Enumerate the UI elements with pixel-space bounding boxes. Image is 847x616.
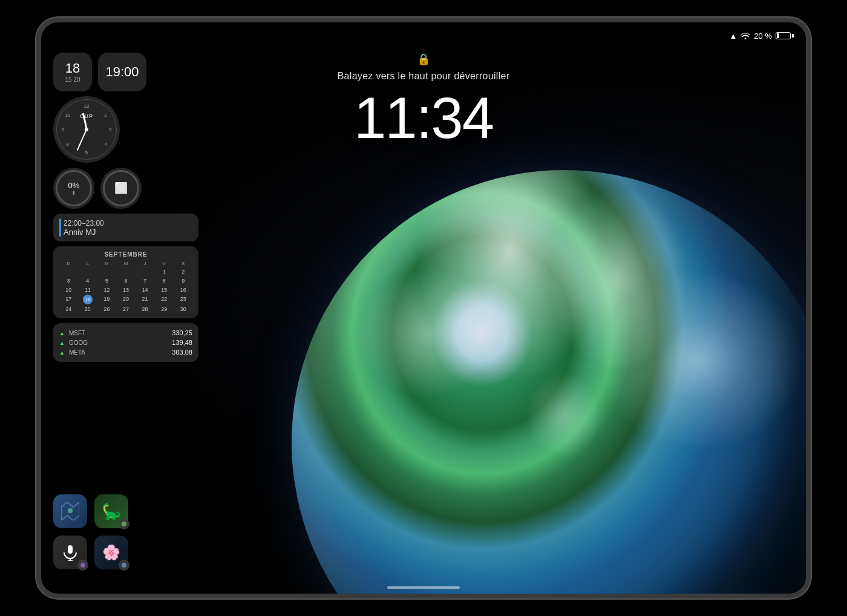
calendar-widget[interactable]: SEPTEMBRE DLMMJVS12345678910111213141516…: [53, 246, 198, 318]
cal-day: [79, 267, 97, 276]
cal-header: J: [136, 260, 154, 267]
dino-badge: [119, 519, 129, 529]
event-name: Anniv MJ: [64, 228, 104, 237]
status-right: ▲ 20 %: [729, 31, 794, 41]
side-button[interactable]: [36, 71, 39, 119]
device-frame: ▲ 20 % 🔒 Balayez vers le haut pour déver…: [36, 18, 811, 598]
meta-price: 303,08: [172, 349, 192, 356]
battery-widget[interactable]: 0% ⬆: [53, 168, 94, 209]
app-icon-dino[interactable]: 🦕: [94, 494, 128, 528]
cal-header: D: [59, 260, 78, 267]
bottom-apps: 🦕 🌸: [53, 494, 128, 569]
cal-day[interactable]: 29: [155, 305, 174, 313]
maps-icon: [61, 502, 79, 520]
battery-screen-row: 0% ⬆ ⬜: [53, 168, 198, 209]
cal-day[interactable]: 25: [79, 305, 97, 313]
home-indicator: [387, 586, 460, 589]
cal-day[interactable]: 26: [97, 305, 116, 313]
cal-day: [136, 267, 154, 276]
goog-price: 139,48: [172, 339, 192, 346]
cal-day: [59, 267, 78, 276]
cal-day[interactable]: 6: [117, 277, 136, 285]
screen-ring: [103, 170, 139, 206]
svg-point-1: [68, 508, 73, 513]
cal-day[interactable]: 3: [59, 277, 78, 285]
cal-day[interactable]: 20: [117, 295, 136, 304]
day-sub: 15 20: [65, 76, 80, 83]
flower-badge: [119, 560, 129, 571]
calendar-event-widget[interactable]: 22:00–23:00 Anniv MJ: [53, 214, 198, 241]
battery-ring: [56, 170, 92, 206]
cal-day[interactable]: 18: [83, 295, 93, 304]
cal-day[interactable]: 15: [155, 286, 174, 294]
mic-badge-icon: [80, 562, 86, 568]
clock-num-3: 3: [109, 127, 111, 133]
cal-day[interactable]: 8: [155, 277, 174, 285]
cal-day[interactable]: 12: [97, 286, 116, 294]
cal-header: V: [155, 260, 174, 267]
svg-point-6: [80, 563, 85, 568]
cal-day[interactable]: 10: [59, 286, 78, 294]
svg-point-7: [122, 563, 126, 568]
app-icon-mic[interactable]: [53, 536, 87, 569]
cal-day[interactable]: 7: [136, 277, 154, 285]
clock-num-4: 4: [104, 141, 106, 146]
stock-row-msft: ▲ MSFT 330,25: [59, 328, 192, 338]
cal-day: [117, 267, 136, 276]
cal-day[interactable]: 23: [174, 295, 192, 304]
time-widget[interactable]: 19:00: [98, 53, 146, 91]
signal-icon: ▲: [729, 31, 737, 41]
cal-day[interactable]: 28: [136, 305, 154, 313]
app-icon-maps[interactable]: [53, 494, 87, 528]
cal-day[interactable]: 14: [136, 286, 154, 294]
cal-day[interactable]: 27: [117, 305, 136, 313]
cal-grid: DLMMJVS123456789101112131415161718192021…: [59, 260, 192, 313]
cal-day[interactable]: 11: [79, 286, 97, 294]
cal-header: L: [79, 260, 97, 267]
msft-price: 330,25: [172, 329, 192, 336]
flower-emoji: 🌸: [102, 544, 120, 561]
minute-hand: [77, 129, 87, 151]
cal-day[interactable]: 9: [174, 277, 192, 285]
dino-emoji: 🦕: [102, 502, 121, 521]
cal-day: [97, 267, 116, 276]
app-icon-flower[interactable]: 🌸: [94, 536, 128, 569]
screen-widget[interactable]: ⬜: [100, 168, 142, 209]
cal-day[interactable]: 16: [174, 286, 192, 294]
clock-center-dot: [85, 128, 88, 131]
stocks-widget[interactable]: ▲ MSFT 330,25 ▲ GOOG 139,48 ▲ META 303,0…: [53, 323, 198, 362]
clock-num-12: 12: [84, 103, 90, 108]
cal-day[interactable]: 5: [97, 277, 116, 285]
clock-face: CUP 12 2 3 4 6 8 9 10: [56, 99, 117, 160]
cal-day[interactable]: 1: [155, 267, 174, 276]
status-bar: ▲ 20 %: [41, 22, 806, 49]
flower-badge-icon: [121, 562, 127, 568]
stock-row-goog: ▲ GOOG 139,48: [59, 338, 192, 347]
clock-num-6: 6: [85, 149, 88, 155]
cal-header: S: [174, 260, 192, 267]
meta-up-icon: ▲: [59, 350, 65, 356]
day-number: 18: [65, 62, 80, 75]
cal-day[interactable]: 13: [117, 286, 136, 294]
cal-header: M: [117, 260, 136, 267]
cal-day[interactable]: 2: [174, 267, 192, 276]
cal-day[interactable]: 17: [59, 295, 78, 304]
top-widgets-row: 18 15 20 19:00: [53, 53, 198, 91]
cal-day[interactable]: 4: [79, 277, 97, 285]
cal-day[interactable]: 30: [174, 305, 192, 313]
event-bar: [59, 218, 61, 237]
cal-day[interactable]: 21: [136, 295, 154, 304]
day-widget[interactable]: 18 15 20: [53, 53, 92, 91]
dino-badge-icon: [121, 521, 127, 527]
event-time: 22:00–23:00: [64, 219, 104, 228]
cal-day[interactable]: 19: [97, 295, 116, 304]
meta-name: META: [69, 349, 85, 356]
cal-day[interactable]: 24: [59, 305, 78, 313]
time-display: 11:34: [354, 89, 493, 147]
clock-widget[interactable]: CUP 12 2 3 4 6 8 9 10: [53, 96, 120, 163]
left-panel: 18 15 20 19:00 CUP 12 2 3 4 6 8 9 10: [53, 53, 198, 362]
svg-rect-3: [68, 545, 73, 554]
msft-name: MSFT: [69, 330, 85, 336]
clock-num-10: 10: [65, 113, 70, 118]
cal-day[interactable]: 22: [155, 295, 174, 304]
